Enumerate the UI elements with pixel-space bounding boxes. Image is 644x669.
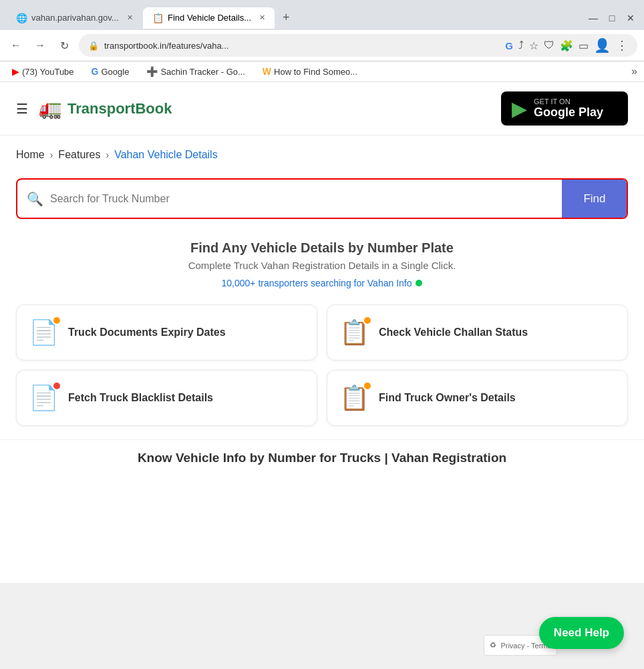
- browser-tab-2[interactable]: 📋 Find Vehicle Details... ✕: [143, 7, 275, 29]
- menu-more-icon[interactable]: ⋮: [616, 38, 628, 53]
- bottom-section-title: Know Vehicle Info by Number for Trucks |…: [0, 439, 644, 471]
- truck-docs-label: Truck Documents Expiry Dates: [68, 326, 226, 339]
- bookmark-sachin-label: Sachin Tracker - Go...: [160, 67, 245, 77]
- window-minimize[interactable]: —: [587, 11, 600, 25]
- breadcrumb-sep1: ›: [50, 150, 53, 160]
- breadcrumb-features[interactable]: Features: [58, 149, 100, 161]
- tab1-close[interactable]: ✕: [127, 13, 133, 22]
- breadcrumb: Home › Features › Vahan Vehicle Details: [0, 136, 644, 168]
- bookmark-howto-label: How to Find Someo...: [274, 67, 357, 77]
- info-title: Find Any Vehicle Details by Number Plate: [16, 240, 628, 256]
- google-bookmark-icon: G: [92, 66, 99, 77]
- blacklist-badge: [52, 381, 61, 391]
- feature-card-challan[interactable]: 📋 Check Vehicle Challan Status: [327, 304, 628, 361]
- challan-badge: [363, 316, 372, 325]
- google-icon: G: [505, 40, 513, 51]
- share-icon[interactable]: ⤴: [518, 39, 524, 51]
- google-play-bottom-text: Google Play: [534, 105, 603, 120]
- howto-icon: W: [263, 66, 271, 77]
- search-icon: 🔍: [27, 191, 43, 207]
- bookmark-google[interactable]: G Google: [86, 64, 135, 79]
- card-icon-wrap-3: 📄: [29, 384, 59, 412]
- bookmark-howto[interactable]: W How to Find Someo...: [257, 64, 363, 79]
- google-play-top-text: GET IT ON: [534, 97, 603, 105]
- browser-tab-1[interactable]: 🌐 vahan.parivahan.gov... ✕: [7, 7, 140, 29]
- challan-label: Check Vehicle Challan Status: [379, 326, 528, 339]
- breadcrumb-home[interactable]: Home: [16, 149, 45, 161]
- card-icon-wrap-1: 📄: [29, 318, 59, 347]
- feature-card-owner[interactable]: 📋 Find Truck Owner's Details: [327, 370, 628, 426]
- new-tab-button[interactable]: +: [277, 5, 295, 30]
- back-button[interactable]: ←: [7, 36, 25, 55]
- breadcrumb-current: Vahan Vehicle Details: [114, 149, 217, 161]
- address-text: transportbook.in/features/vaha...: [104, 41, 500, 51]
- truck-docs-badge: [52, 316, 61, 325]
- window-maximize[interactable]: □: [605, 11, 619, 25]
- bookmark-google-label: Google: [101, 67, 129, 77]
- shield-icon: 🛡: [544, 39, 554, 51]
- tab2-icon: 📋: [152, 13, 164, 23]
- tab1-icon: 🌐: [16, 13, 27, 23]
- sachin-icon: ➕: [146, 66, 158, 77]
- card-icon-wrap-2: 📋: [339, 318, 369, 347]
- bookmark-star-icon[interactable]: ☆: [529, 39, 538, 52]
- blacklist-label: Fetch Truck Blacklist Details: [68, 392, 213, 404]
- bookmark-sachin[interactable]: ➕ Sachin Tracker - Go...: [141, 64, 250, 79]
- info-section: Find Any Vehicle Details by Number Plate…: [0, 230, 644, 294]
- refresh-button[interactable]: ↻: [55, 36, 73, 55]
- info-subtitle: Complete Truck Vahan Registration Detail…: [16, 260, 628, 271]
- logo-text: TransportBook: [67, 100, 172, 118]
- logo-area: 🚛 TransportBook: [39, 97, 501, 120]
- card-icon-wrap-4: 📋: [339, 384, 369, 412]
- tab2-label: Find Vehicle Details...: [168, 13, 251, 23]
- hamburger-menu[interactable]: ☰: [16, 101, 28, 117]
- bookmark-youtube[interactable]: ▶ (73) YouTube: [7, 64, 79, 79]
- forward-button[interactable]: →: [31, 36, 49, 55]
- find-button[interactable]: Find: [562, 178, 628, 219]
- bookmarks-more-button[interactable]: »: [631, 65, 637, 77]
- google-play-button[interactable]: ▶ GET IT ON Google Play: [501, 91, 628, 126]
- feature-card-blacklist[interactable]: 📄 Fetch Truck Blacklist Details: [16, 370, 317, 426]
- window-close[interactable]: ✕: [624, 11, 637, 25]
- address-bar[interactable]: 🔒 transportbook.in/features/vaha... G ⤴ …: [79, 34, 637, 57]
- puzzle-icon[interactable]: 🧩: [560, 39, 573, 52]
- search-input[interactable]: [50, 181, 552, 217]
- tab1-label: vahan.parivahan.gov...: [31, 13, 119, 23]
- youtube-icon: ▶: [12, 66, 19, 77]
- info-live-count: 10,000+ transporters searching for Vahan…: [16, 278, 628, 288]
- tablet-icon[interactable]: ▭: [579, 39, 589, 52]
- owner-label: Find Truck Owner's Details: [379, 392, 516, 404]
- feature-cards-grid: 📄 Truck Documents Expiry Dates 📋 Check V…: [0, 294, 644, 437]
- profile-avatar[interactable]: 👤: [594, 37, 611, 53]
- owner-badge: [363, 381, 372, 391]
- live-indicator: [416, 280, 422, 286]
- bookmark-youtube-label: (73) YouTube: [22, 67, 74, 77]
- search-section: 🔍 Find: [0, 168, 644, 230]
- feature-card-truck-docs[interactable]: 📄 Truck Documents Expiry Dates: [16, 304, 317, 361]
- lock-icon: 🔒: [88, 41, 99, 51]
- breadcrumb-sep2: ›: [106, 150, 110, 160]
- tab2-close[interactable]: ✕: [259, 13, 265, 22]
- google-play-icon: ▶: [512, 97, 527, 120]
- logo-truck-icon: 🚛: [39, 97, 62, 120]
- search-box: 🔍 Find: [16, 178, 628, 219]
